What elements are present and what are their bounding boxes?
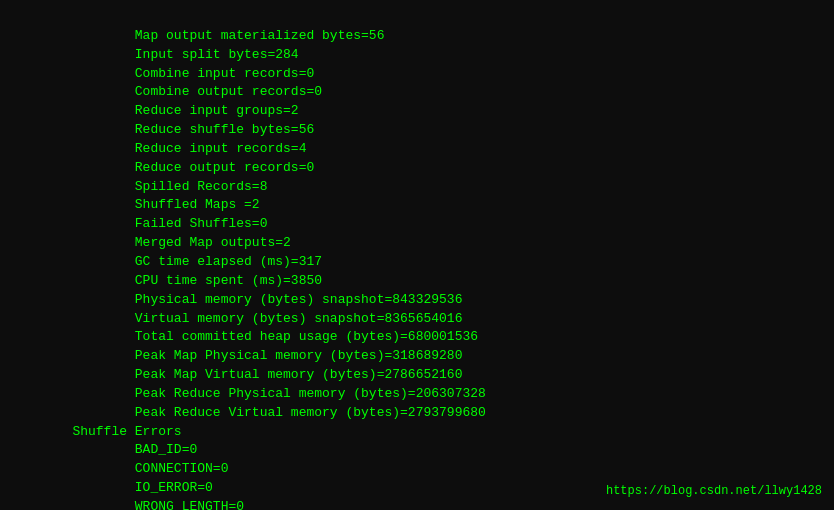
terminal-line: Physical memory (bytes) snapshot=8433295… [10,291,824,310]
watermark: https://blog.csdn.net/llwy1428 [606,484,822,498]
terminal-line: Peak Map Virtual memory (bytes)=27866521… [10,366,824,385]
terminal-line: Peak Reduce Virtual memory (bytes)=27937… [10,404,824,423]
terminal-line: Map output materialized bytes=56 [10,27,824,46]
terminal-line: Reduce input records=4 [10,140,824,159]
terminal-line: Combine input records=0 [10,65,824,84]
terminal-line: Reduce input groups=2 [10,102,824,121]
terminal-line: Shuffle Errors [10,423,824,442]
terminal-line: Total committed heap usage (bytes)=68000… [10,328,824,347]
terminal-line: CPU time spent (ms)=3850 [10,272,824,291]
terminal-line: Reduce output records=0 [10,159,824,178]
terminal-line: Shuffled Maps =2 [10,196,824,215]
terminal-line: Virtual memory (bytes) snapshot=83656540… [10,310,824,329]
terminal-line: GC time elapsed (ms)=317 [10,253,824,272]
terminal-line: BAD_ID=0 [10,441,824,460]
terminal-line: CONNECTION=0 [10,460,824,479]
terminal-line: Input split bytes=284 [10,46,824,65]
terminal-line: Peak Reduce Physical memory (bytes)=2063… [10,385,824,404]
terminal-line: Failed Shuffles=0 [10,215,824,234]
terminal-line: Peak Map Physical memory (bytes)=3186892… [10,347,824,366]
terminal-line: Merged Map outputs=2 [10,234,824,253]
terminal-output: Map output materialized bytes=56 Input s… [0,0,834,510]
terminal-line: WRONG_LENGTH=0 [10,498,824,510]
terminal-line: Spilled Records=8 [10,178,824,197]
terminal-line: Reduce shuffle bytes=56 [10,121,824,140]
terminal-line: Combine output records=0 [10,83,824,102]
